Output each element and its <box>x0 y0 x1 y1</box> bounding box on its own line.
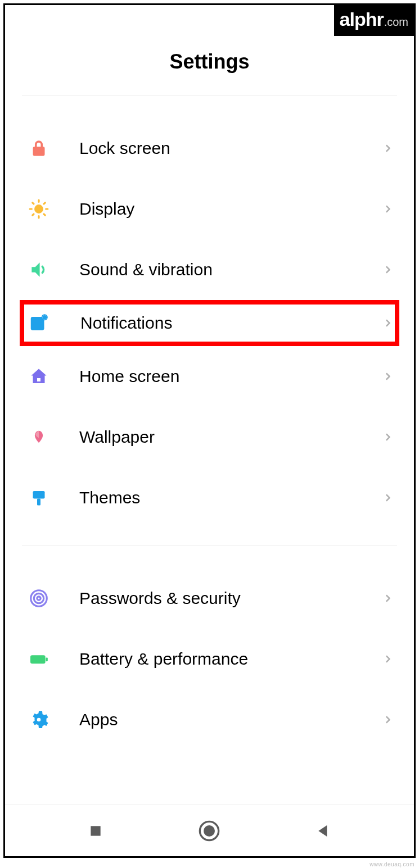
svg-rect-15 <box>33 491 45 499</box>
settings-screen: alphr .com Settings Lock screen Display <box>3 3 416 858</box>
settings-row-label: Wallpaper <box>79 428 382 447</box>
settings-row-wallpaper[interactable]: Wallpaper <box>5 407 414 467</box>
watermark-brand: alphr <box>340 8 384 30</box>
svg-line-8 <box>33 214 34 215</box>
chevron-right-icon <box>382 653 394 665</box>
svg-rect-16 <box>37 499 40 506</box>
chevron-right-icon <box>382 317 394 329</box>
settings-row-notifications[interactable]: Notifications <box>22 302 397 344</box>
settings-row-label: Themes <box>79 488 382 507</box>
settings-row-lock-screen[interactable]: Lock screen <box>5 118 414 179</box>
settings-section-2: Passwords & security Battery & performan… <box>5 546 414 767</box>
svg-point-25 <box>204 825 215 837</box>
chevron-right-icon <box>382 431 394 443</box>
watermark-ext: .com <box>384 16 408 29</box>
settings-row-display[interactable]: Display <box>5 179 414 239</box>
settings-row-label: Display <box>79 199 382 219</box>
notification-icon <box>25 310 52 337</box>
svg-line-4 <box>33 203 34 204</box>
chevron-right-icon <box>382 371 394 382</box>
watermark-badge: alphr .com <box>334 5 414 36</box>
settings-row-label: Battery & performance <box>79 649 382 669</box>
chevron-right-icon <box>382 492 394 503</box>
settings-row-passwords-security[interactable]: Passwords & security <box>5 568 414 629</box>
svg-line-9 <box>44 203 45 204</box>
svg-point-18 <box>34 593 43 603</box>
settings-row-label: Lock screen <box>79 139 382 158</box>
svg-rect-21 <box>46 658 48 662</box>
settings-row-themes[interactable]: Themes <box>5 467 414 528</box>
chevron-right-icon <box>382 593 394 604</box>
fingerprint-icon <box>25 585 52 612</box>
sun-icon <box>25 196 52 222</box>
speaker-icon <box>25 256 52 283</box>
chevron-right-icon <box>382 203 394 215</box>
svg-rect-14 <box>37 378 40 381</box>
attribution-text: www.deuaq.com <box>370 861 415 867</box>
svg-point-13 <box>42 315 47 320</box>
nav-recent-button[interactable] <box>84 820 107 842</box>
svg-rect-20 <box>30 655 46 664</box>
svg-point-1 <box>34 204 43 213</box>
gear-icon <box>25 706 52 733</box>
settings-row-sound-vibration[interactable]: Sound & vibration <box>5 239 414 300</box>
svg-line-5 <box>44 214 45 215</box>
chevron-right-icon <box>382 714 394 725</box>
settings-row-battery-performance[interactable]: Battery & performance <box>5 629 414 689</box>
nav-back-button[interactable] <box>312 820 335 842</box>
nav-home-button[interactable] <box>198 820 220 842</box>
settings-row-label: Sound & vibration <box>79 260 382 279</box>
battery-icon <box>25 646 52 672</box>
android-navbar <box>5 805 414 856</box>
svg-point-22 <box>37 718 41 722</box>
home-icon <box>25 363 52 390</box>
settings-row-label: Notifications <box>80 313 382 333</box>
svg-rect-0 <box>33 147 45 156</box>
settings-row-home-screen[interactable]: Home screen <box>5 346 414 407</box>
settings-row-apps[interactable]: Apps <box>5 689 414 750</box>
svg-rect-23 <box>91 826 100 835</box>
chevron-right-icon <box>382 143 394 154</box>
svg-point-19 <box>37 597 40 600</box>
settings-row-label: Home screen <box>79 367 382 386</box>
lock-icon <box>25 135 52 162</box>
chevron-right-icon <box>382 264 394 275</box>
flower-icon <box>25 424 52 451</box>
settings-row-label: Passwords & security <box>79 589 382 608</box>
settings-row-label: Apps <box>79 710 382 729</box>
settings-section-1: Lock screen Display Sound & vibration <box>5 96 414 545</box>
brush-icon <box>25 484 52 511</box>
